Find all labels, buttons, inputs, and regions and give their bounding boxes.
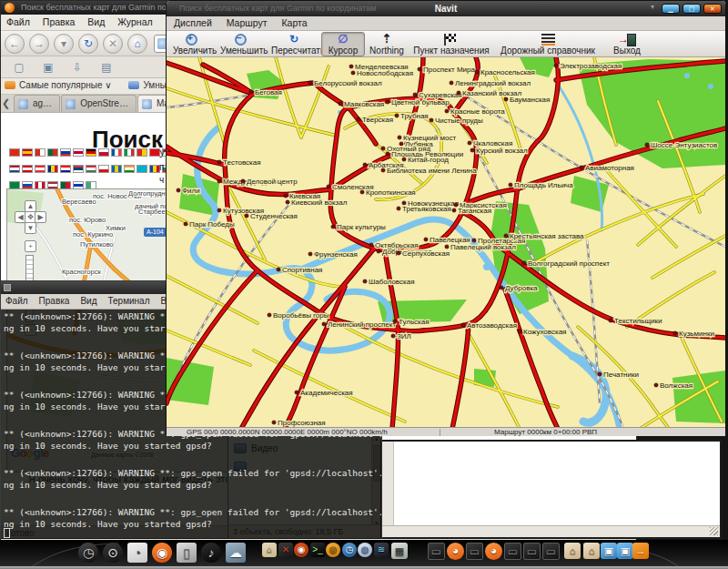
network-icon[interactable]: ▣ — [601, 543, 617, 559]
firefox-menu-item-0[interactable]: Файл — [6, 16, 30, 27]
stop-button[interactable]: ✕ — [103, 34, 123, 54]
flag-icon-18[interactable] — [60, 165, 71, 173]
share-icon[interactable]: → — [632, 543, 649, 559]
calculator-icon[interactable]: ▦ — [391, 543, 408, 559]
home-icon[interactable]: ⌂ — [262, 543, 277, 557]
tab-scroll-left-icon[interactable]: ❮ — [2, 97, 10, 109]
history-dropdown[interactable]: ▾ — [54, 34, 74, 54]
flag-icon-20[interactable] — [86, 165, 96, 173]
firefox-thumb[interactable]: ◕ — [485, 543, 502, 560]
compass-icon[interactable]: ◎ — [326, 543, 340, 557]
toolbar-button-zoom-in[interactable]: Увеличить — [168, 32, 216, 56]
monitor-icon[interactable]: ≋ — [374, 543, 389, 557]
window-thumb[interactable]: ▭ — [428, 543, 445, 560]
flag-icon-19[interactable] — [73, 165, 84, 173]
flag-icon-3[interactable] — [47, 148, 58, 157]
close-button[interactable]: ✕ — [703, 4, 722, 14]
map-pan-right-button[interactable]: ▶ — [35, 211, 46, 223]
window-thumb[interactable]: ▭ — [466, 543, 483, 560]
bookmark-most-popular[interactable]: Самые популярные ∨ — [5, 80, 112, 90]
flag-icon-0[interactable] — [9, 148, 20, 157]
flag-icon-15[interactable] — [22, 165, 33, 173]
terminal-menu-item-0[interactable]: Файл — [5, 296, 28, 306]
reload-button[interactable]: ↻ — [78, 34, 98, 54]
print-button[interactable]: ▤ — [96, 59, 117, 76]
flag-icon-2[interactable] — [35, 148, 46, 157]
navit-map-canvas[interactable]: МенделеевскаяНовослободскаяПроспект Мира… — [167, 57, 725, 427]
terminal-menu-item-2[interactable]: Вид — [80, 296, 96, 306]
toolbar-button-zoom-out[interactable]: Уменьшить — [216, 32, 267, 56]
home-button[interactable]: ⌂ — [127, 34, 147, 54]
map-pan-down-button[interactable]: ▼ — [25, 222, 36, 234]
flag-icon-17[interactable] — [47, 165, 58, 173]
flag-icon-21[interactable] — [98, 165, 109, 173]
tab-0[interactable]: ag… — [14, 95, 60, 112]
back-button[interactable]: ← — [5, 34, 25, 54]
toolbar-button-exit[interactable]: Выход — [602, 32, 652, 56]
terminal-icon[interactable]: >_ — [310, 543, 325, 557]
flag-icon-1[interactable] — [22, 148, 33, 157]
volume-icon[interactable]: ♪ — [201, 543, 221, 563]
flag-icon-9[interactable] — [124, 148, 135, 157]
svg-text:Деловой центр: Деловой центр — [247, 178, 298, 186]
navit-statusbar: GPS 00/0 0000.0000N 00000.0000E 0000m 00… — [167, 427, 725, 436]
terminal-menu-item-1[interactable]: Правка — [39, 296, 70, 306]
window-thumb[interactable]: ▭ — [542, 543, 560, 560]
quit-icon[interactable]: ✕ — [278, 543, 293, 557]
tab-1[interactable]: OpenStre… — [61, 95, 136, 112]
archive-icon[interactable]: ⌂ — [583, 543, 600, 559]
navit-titlebar[interactable]: Поиск бесплатных карт для Garmin по коор… — [167, 1, 725, 16]
navit-map[interactable]: МенделеевскаяНовослободскаяПроспект Мира… — [167, 57, 725, 427]
new-window-button[interactable]: ▢ — [8, 59, 30, 76]
toolbar-button-north[interactable]: Northing — [365, 32, 409, 56]
flag-icon-8[interactable] — [111, 148, 122, 157]
ubuntu-red-icon[interactable]: ◉ — [294, 543, 308, 557]
flag-icon-6[interactable] — [86, 148, 96, 157]
clock-blue-icon[interactable]: ◷ — [342, 543, 357, 557]
minimize-button[interactable]: ▁ — [662, 4, 680, 14]
flag-icon-7[interactable] — [98, 148, 109, 157]
toolbar-button-refresh[interactable]: Пересчитать — [267, 32, 321, 56]
page-text-fragment: У — [159, 149, 165, 159]
forward-button[interactable]: → — [29, 34, 49, 54]
terminal-menu-item-3[interactable]: Терминал — [107, 296, 149, 306]
flag-icon-4[interactable] — [60, 148, 71, 157]
firefox-menu-item-1[interactable]: Правка — [43, 16, 75, 27]
toolbar-button-label: Увеличить — [173, 46, 211, 56]
toolbar-button-list[interactable]: Дорожный справочник — [494, 32, 602, 56]
trash-icon[interactable]: ▯ — [177, 543, 197, 563]
downloads-button[interactable]: ⇩ — [66, 59, 88, 76]
new-tab-button[interactable]: ▣ — [37, 59, 59, 76]
flag-icon-10[interactable] — [136, 148, 147, 157]
svg-text:Шоссе Энтузиастов: Шоссе Энтузиастов — [651, 141, 717, 149]
cd-icon[interactable]: ◍ — [358, 543, 372, 557]
flag-icon-23[interactable] — [124, 165, 135, 173]
flag-icon-14[interactable] — [9, 165, 20, 173]
resize-grip[interactable] — [710, 527, 718, 535]
archive-icon[interactable]: ⌂ — [564, 543, 581, 559]
network-icon[interactable]: ▣ — [617, 543, 633, 559]
toolbar-button-flag[interactable]: Пункт назначения — [409, 32, 494, 56]
navit-menu-item-2[interactable]: Карта — [282, 17, 308, 28]
weather-icon[interactable]: ☁ — [226, 543, 246, 563]
maximize-button[interactable]: ▢ — [682, 4, 701, 14]
window-thumb[interactable]: ▭ — [504, 543, 521, 560]
firefox-menu-item-2[interactable]: Вид — [87, 16, 105, 27]
firefox-thumb[interactable]: ◕ — [447, 543, 464, 560]
flag-icon-5[interactable] — [73, 148, 84, 157]
flag-icon-16[interactable] — [35, 165, 46, 173]
screenshot-icon[interactable]: ◔ — [127, 543, 147, 563]
window-thumb[interactable]: ▭ — [523, 543, 541, 560]
navit-menu-item-0[interactable]: Дисплей — [174, 17, 212, 28]
toolbar-button-cursor[interactable]: Курсор — [321, 32, 365, 56]
map-zoom-in-button[interactable]: + — [25, 240, 36, 252]
clock-icon[interactable]: ◷ — [78, 543, 98, 563]
flag-icon-22[interactable] — [111, 165, 122, 173]
shade-button[interactable]: ▾ — [651, 3, 654, 11]
power-icon[interactable]: ⊙ — [103, 543, 123, 563]
svg-text:Фили: Фили — [182, 187, 200, 195]
firefox-menu-item-3[interactable]: Журнал — [117, 16, 152, 27]
navit-menu-item-1[interactable]: Маршрут — [227, 17, 268, 28]
flag-icon-24[interactable] — [136, 165, 147, 173]
ubuntu-icon[interactable]: ◉ — [152, 543, 172, 563]
